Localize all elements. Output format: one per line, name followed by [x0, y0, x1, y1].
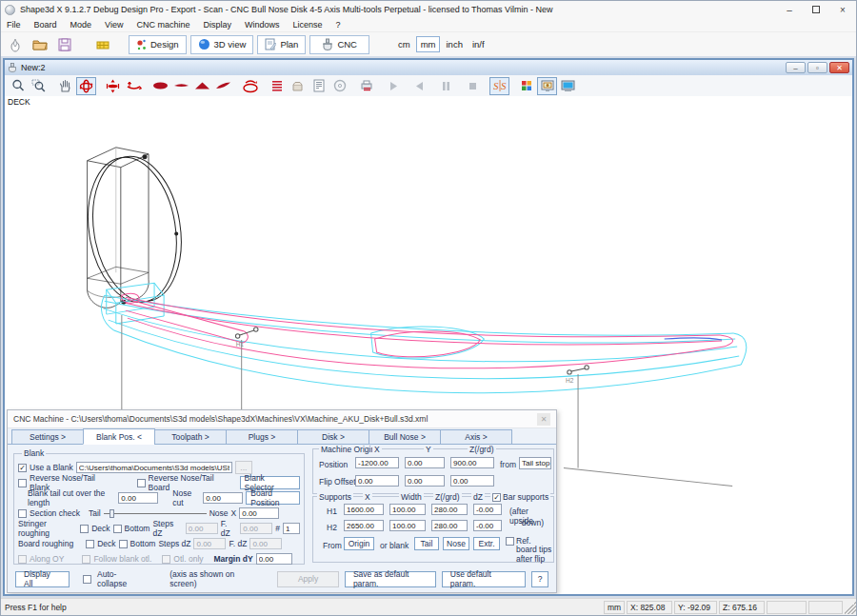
thickness-view-icon[interactable] [171, 77, 191, 95]
board-steps-input[interactable] [193, 538, 226, 549]
from-origin-button[interactable]: Origin [344, 537, 374, 550]
along-oy-checkbox[interactable] [18, 555, 27, 564]
section-slider-thumb[interactable] [110, 509, 114, 518]
zoom-in-icon[interactable] [8, 77, 28, 95]
unit-inch[interactable]: inch [442, 37, 466, 51]
minimize-button[interactable]: – [776, 1, 803, 18]
menu-help[interactable]: ? [336, 20, 341, 30]
reverse-blank-checkbox[interactable] [18, 479, 27, 487]
pen-icon[interactable] [5, 35, 26, 54]
child-minimize-button[interactable]: – [786, 62, 806, 73]
pan-hand-icon[interactable] [55, 77, 75, 95]
flip-board-icon[interactable] [240, 77, 260, 95]
menu-display[interactable]: Display [203, 20, 231, 30]
h2-width-input[interactable] [389, 520, 426, 531]
drawing-canvas[interactable]: DECK [5, 96, 852, 594]
outline-view-icon[interactable] [150, 77, 170, 95]
h1-dz-input[interactable] [473, 504, 502, 515]
plan-button[interactable]: Plan [257, 35, 306, 54]
flip-x-input[interactable] [355, 475, 399, 487]
menu-windows[interactable]: Windows [245, 20, 280, 30]
blank-selector-button[interactable]: Blank Selector [240, 476, 300, 489]
board-deck-checkbox[interactable] [86, 540, 94, 548]
s-curve-icon[interactable]: SS [489, 77, 509, 95]
dialog-help-button[interactable]: ? [531, 571, 548, 587]
menu-file[interactable]: File [7, 20, 21, 30]
stop-icon[interactable] [463, 77, 483, 95]
apply-button[interactable]: Apply [277, 571, 339, 587]
section-check-checkbox[interactable] [18, 509, 27, 518]
stringer-count-input[interactable] [283, 523, 300, 534]
ref-board-tips-checkbox[interactable] [506, 537, 514, 546]
tab-settings[interactable]: Settings > [11, 429, 84, 445]
close-button[interactable]: × [829, 1, 856, 18]
menu-view[interactable]: View [105, 20, 123, 30]
display-all-button[interactable]: Display All [15, 571, 70, 587]
bottom-view-icon[interactable] [213, 77, 233, 95]
section-x-input[interactable] [239, 507, 279, 519]
tab-plugs[interactable]: Plugs > [226, 429, 298, 445]
tab-bull-nose[interactable]: Bull Nose > [369, 429, 441, 445]
3d-view-button[interactable]: 3D view [190, 35, 254, 54]
unit-inf[interactable]: in/f [468, 37, 488, 51]
tab-disk[interactable]: Disk > [297, 429, 369, 445]
open-folder-icon[interactable] [30, 35, 50, 54]
position-z-input[interactable] [450, 457, 494, 468]
browse-blank-button[interactable]: ... [235, 461, 252, 474]
export-gcode-icon[interactable] [288, 77, 308, 95]
h2-dz-input[interactable] [473, 520, 502, 531]
resize-grip[interactable] [845, 601, 856, 614]
menu-mode[interactable]: Mode [70, 20, 92, 30]
flip-z-input[interactable] [450, 475, 494, 487]
board-bottom-checkbox[interactable] [119, 540, 128, 548]
print-slices-icon[interactable] [356, 77, 376, 95]
unit-mm[interactable]: mm [416, 36, 441, 52]
flip-y-input[interactable] [405, 475, 445, 487]
design-button[interactable]: Design [129, 35, 187, 54]
rotate-3d-icon[interactable] [76, 77, 96, 95]
menu-cnc-machine[interactable]: CNC machine [136, 20, 189, 30]
position-x-input[interactable] [355, 457, 399, 468]
pause-icon[interactable] [436, 77, 456, 95]
slices-icon[interactable] [267, 77, 287, 95]
profile-view-icon[interactable] [192, 77, 212, 95]
follow-otl-checkbox[interactable] [82, 555, 90, 564]
tab-axis[interactable]: Axis > [440, 429, 512, 445]
nose-cut-input[interactable] [203, 492, 243, 504]
color-squares-icon[interactable] [516, 77, 536, 95]
tab-blank-pos[interactable]: Blank Pos. < [83, 428, 155, 445]
reverse-board-checkbox[interactable] [137, 479, 146, 487]
save-default-button[interactable]: Save as default param. [345, 571, 436, 587]
cutting-list-icon[interactable] [309, 77, 329, 95]
h1-z-input[interactable] [431, 504, 468, 515]
board-properties-icon[interactable] [92, 35, 113, 54]
h2-x-input[interactable] [344, 520, 384, 531]
maximize-button[interactable] [803, 1, 829, 18]
auto-collapse-checkbox[interactable] [83, 575, 91, 584]
cnc-button[interactable]: CNC [309, 35, 369, 54]
child-close-button[interactable]: ✕ [829, 62, 849, 73]
bar-supports-checkbox[interactable] [492, 493, 501, 502]
h1-x-input[interactable] [344, 504, 384, 515]
simulation-view-icon[interactable] [537, 77, 557, 95]
disk-icon[interactable] [329, 77, 349, 95]
use-blank-checkbox[interactable] [18, 464, 27, 472]
child-restore-button[interactable]: ▫ [807, 62, 827, 73]
h1-width-input[interactable] [389, 504, 426, 515]
margin-dy-input[interactable] [256, 553, 292, 565]
from-tail-button[interactable]: Tail [414, 537, 439, 550]
rocker-adjust-icon[interactable] [124, 77, 144, 95]
use-default-button[interactable]: Use default param. [442, 571, 526, 587]
menu-board[interactable]: Board [34, 20, 57, 30]
section-slider[interactable] [104, 509, 207, 518]
play-icon[interactable] [383, 77, 403, 95]
from-nose-button[interactable]: Nose [443, 537, 469, 550]
previous-icon[interactable] [409, 77, 429, 95]
otl-only-checkbox[interactable] [162, 555, 170, 564]
save-icon[interactable] [54, 35, 75, 54]
zoom-window-icon[interactable] [29, 77, 49, 95]
stringer-bottom-checkbox[interactable] [113, 525, 122, 533]
board-f-input[interactable] [249, 538, 282, 549]
stringer-deck-checkbox[interactable] [80, 525, 89, 533]
position-y-input[interactable] [405, 457, 445, 468]
